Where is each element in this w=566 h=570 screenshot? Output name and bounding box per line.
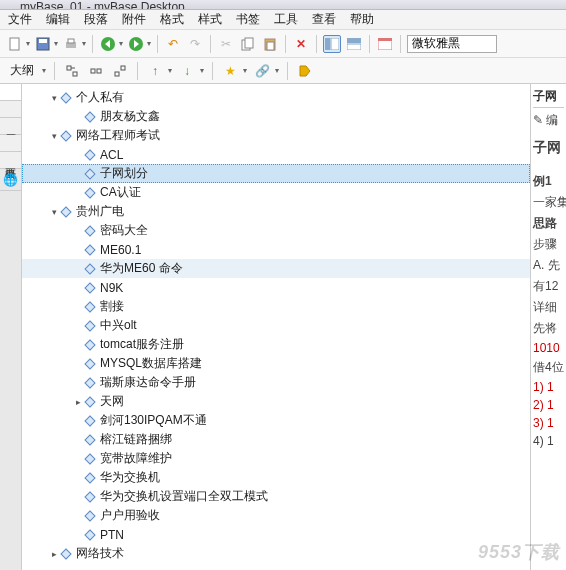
node-diamond-icon <box>84 377 96 389</box>
tree-node[interactable]: 华为交换机 <box>22 468 530 487</box>
dropdown-icon[interactable]: ▾ <box>243 66 247 75</box>
tree-node[interactable]: 剑河130IPQAM不通 <box>22 411 530 430</box>
tree-node[interactable]: ▾网络工程师考试 <box>22 126 530 145</box>
menu-edit[interactable]: 编辑 <box>46 11 70 28</box>
delete-icon[interactable]: ✕ <box>292 35 310 53</box>
tree-node[interactable]: ▾个人私有 <box>22 88 530 107</box>
print-icon[interactable] <box>62 35 80 53</box>
tree-node[interactable]: ACL <box>22 145 530 164</box>
tree-node[interactable]: tomcat服务注册 <box>22 335 530 354</box>
tree-label: tomcat服务注册 <box>100 336 184 353</box>
back-icon[interactable] <box>99 35 117 53</box>
dropdown-icon[interactable]: ▾ <box>275 66 279 75</box>
node-diamond-icon <box>84 491 96 503</box>
menu-view[interactable]: 查看 <box>312 11 336 28</box>
tree-node[interactable]: ▾贵州广电 <box>22 202 530 221</box>
tree-node[interactable]: ▸网络技术 <box>22 544 530 563</box>
sidetab-globe-icon[interactable]: 🌐 <box>0 169 21 191</box>
content-tab[interactable]: 子网 <box>533 88 564 108</box>
down-icon[interactable]: ↓ <box>178 62 196 80</box>
sidetab-outline[interactable]: 大纲 <box>0 84 21 101</box>
svg-rect-14 <box>347 44 361 50</box>
content-line: 1) 1 <box>533 380 564 394</box>
layout3-icon[interactable] <box>376 35 394 53</box>
tree-node[interactable]: 朋友杨文鑫 <box>22 107 530 126</box>
layout2-icon[interactable] <box>345 35 363 53</box>
star-icon[interactable]: ★ <box>221 62 239 80</box>
node-diamond-icon <box>60 92 72 104</box>
dropdown-icon[interactable]: ▾ <box>82 39 86 48</box>
copy-icon[interactable] <box>239 35 257 53</box>
menu-paragraph[interactable]: 段落 <box>84 11 108 28</box>
layout1-icon[interactable] <box>323 35 341 53</box>
tree-node[interactable]: MYSQL数据库搭建 <box>22 354 530 373</box>
sidetab-calendar[interactable]: 日历 <box>0 118 21 135</box>
menu-help[interactable]: 帮助 <box>350 11 374 28</box>
cut-icon[interactable]: ✂ <box>217 35 235 53</box>
tree-btn1-icon[interactable] <box>63 62 81 80</box>
dropdown-icon[interactable]: ▾ <box>200 66 204 75</box>
separator <box>157 35 158 53</box>
tree-node[interactable]: ME60.1 <box>22 240 530 259</box>
tree-node[interactable]: PTN <box>22 525 530 544</box>
expand-arrow-icon[interactable]: ▸ <box>48 549 60 559</box>
tree-label: CA认证 <box>100 184 141 201</box>
menu-bookmark[interactable]: 书签 <box>236 11 260 28</box>
node-diamond-icon <box>84 339 96 351</box>
expand-arrow-icon[interactable]: ▾ <box>48 131 60 141</box>
sidetab-search[interactable]: 搜索 <box>0 135 21 152</box>
new-icon[interactable] <box>6 35 24 53</box>
expand-arrow-icon[interactable]: ▸ <box>72 397 84 407</box>
undo-icon[interactable]: ↶ <box>164 35 182 53</box>
font-select[interactable]: 微软雅黑 <box>407 35 497 53</box>
tree-node[interactable]: N9K <box>22 278 530 297</box>
node-diamond-icon <box>84 149 96 161</box>
dropdown-icon[interactable]: ▾ <box>54 39 58 48</box>
tree-node[interactable]: 华为交换机设置端口全双工模式 <box>22 487 530 506</box>
dropdown-icon[interactable]: ▾ <box>119 39 123 48</box>
svg-rect-22 <box>115 72 119 76</box>
dropdown-icon[interactable]: ▾ <box>147 39 151 48</box>
tree-node[interactable]: 宽带故障维护 <box>22 449 530 468</box>
svg-rect-12 <box>331 38 339 50</box>
tree-node[interactable]: CA认证 <box>22 183 530 202</box>
redo-icon[interactable]: ↷ <box>186 35 204 53</box>
menu-style[interactable]: 样式 <box>198 11 222 28</box>
sidetab-summary[interactable]: 概要 <box>0 152 21 169</box>
tree-node[interactable]: ▸天网 <box>22 392 530 411</box>
save-icon[interactable] <box>34 35 52 53</box>
expand-arrow-icon[interactable]: ▾ <box>48 207 60 217</box>
tree-node[interactable]: 瑞斯康达命令手册 <box>22 373 530 392</box>
tree-label: 天网 <box>100 393 124 410</box>
menu-attachment[interactable]: 附件 <box>122 11 146 28</box>
node-diamond-icon <box>84 434 96 446</box>
sidetab-tags[interactable]: 标签 <box>0 101 21 118</box>
forward-icon[interactable] <box>127 35 145 53</box>
menu-format[interactable]: 格式 <box>160 11 184 28</box>
tree-btn3-icon[interactable] <box>111 62 129 80</box>
dropdown-icon[interactable]: ▾ <box>26 39 30 48</box>
tree-btn2-icon[interactable] <box>87 62 105 80</box>
menu-tools[interactable]: 工具 <box>274 11 298 28</box>
tree-node[interactable]: 户户用验收 <box>22 506 530 525</box>
dropdown-icon[interactable]: ▾ <box>168 66 172 75</box>
outline-tree[interactable]: ▾个人私有朋友杨文鑫▾网络工程师考试ACL子网划分CA认证▾贵州广电密码大全ME… <box>22 84 530 570</box>
paste-icon[interactable] <box>261 35 279 53</box>
tree-node[interactable]: 华为ME60 命令 <box>22 259 530 278</box>
tree-label: 个人私有 <box>76 89 124 106</box>
content-line: 2) 1 <box>533 398 564 412</box>
tree-node[interactable]: 密码大全 <box>22 221 530 240</box>
svg-rect-16 <box>378 38 392 41</box>
edit-button[interactable]: ✎ 编 <box>533 112 564 129</box>
tree-node[interactable]: 子网划分 <box>22 164 530 183</box>
dropdown-icon[interactable]: ▾ <box>42 66 46 75</box>
link-icon[interactable]: 🔗 <box>253 62 271 80</box>
tag-icon[interactable] <box>296 62 314 80</box>
tree-node[interactable]: 榕江链路捆绑 <box>22 430 530 449</box>
svg-rect-0 <box>10 38 19 50</box>
tree-node[interactable]: 中兴olt <box>22 316 530 335</box>
expand-arrow-icon[interactable]: ▾ <box>48 93 60 103</box>
up-icon[interactable]: ↑ <box>146 62 164 80</box>
tree-node[interactable]: 割接 <box>22 297 530 316</box>
menu-file[interactable]: 文件 <box>8 11 32 28</box>
